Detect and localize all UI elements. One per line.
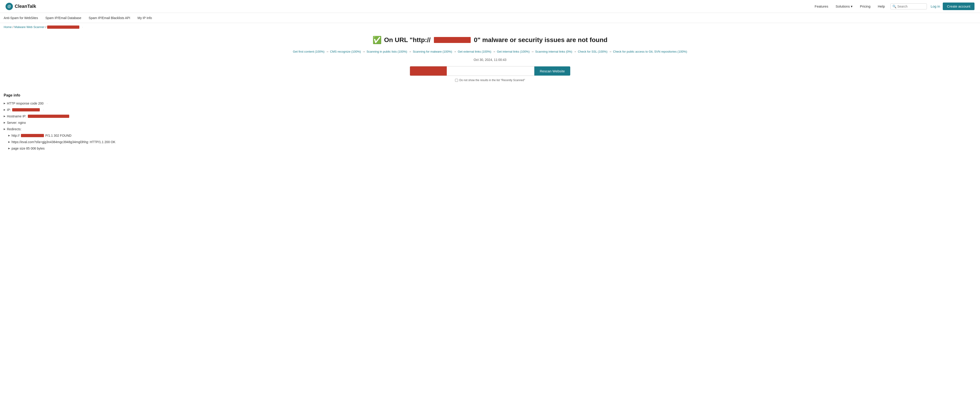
ip-redacted (12, 108, 40, 111)
secondary-nav: Anti-Spam for WebSites Spam IP/Email Dat… (0, 13, 980, 23)
nav-features[interactable]: Features (815, 4, 828, 8)
secondary-nav-spam-db[interactable]: Spam IP/Email Database (45, 16, 81, 20)
nav-help[interactable]: Help (878, 4, 885, 8)
breadcrumb-separator: / (13, 25, 14, 29)
chevron-down-icon: ▾ (851, 4, 853, 8)
scan-timestamp: Oct 30, 2024, 11:00:43 (4, 58, 976, 62)
step-git-svn[interactable]: Check for public access to Git, SVN repo… (613, 50, 687, 53)
arrow-7: → (573, 50, 576, 53)
redirect-item-1: http:// P/1.1 302 FOUND (8, 132, 180, 139)
info-server: Server: nginx (4, 119, 180, 126)
arrow-1: → (326, 50, 329, 53)
arrow-4: → (453, 50, 457, 53)
rescan-form: Rescan Website (4, 66, 976, 76)
arrow-5: → (493, 50, 496, 53)
page-info-title: Page info (4, 93, 180, 97)
secondary-nav-myip[interactable]: My IP Info (137, 16, 152, 20)
redirect-list: http:// P/1.1 302 FOUND https://eval.com… (8, 132, 180, 152)
breadcrumb-url-redacted (47, 25, 80, 29)
url-redacted-title (434, 37, 471, 43)
url-input-redacted (410, 67, 447, 76)
page-info-list: HTTP response code 200 · IP: · Hostname … (4, 100, 180, 132)
breadcrumb-dot: · (82, 25, 83, 29)
step-scanning-malware[interactable]: Scanning for malware (100%) (413, 50, 452, 53)
breadcrumb: Home / Malware Web Scanner / · (0, 23, 980, 31)
scan-steps: Get first content (100%) → CMS recognize… (4, 49, 976, 54)
info-hostname: Hostname IP: (4, 113, 180, 119)
search-icon: 🔍 (892, 5, 896, 8)
logo-icon: @ (6, 3, 13, 10)
checkbox-row: Do not show the results in the list "Rec… (4, 79, 976, 82)
info-http-response: HTTP response code 200 · (4, 100, 180, 106)
logo[interactable]: @ CleanTalk (6, 3, 36, 10)
brand-name: CleanTalk (15, 4, 36, 9)
nav-links: Features Solutions ▾ Pricing Help (815, 4, 885, 8)
breadcrumb-scanner[interactable]: Malware Web Scanner (14, 25, 45, 29)
title-prefix: On URL "http:// (384, 36, 431, 44)
http-dot: · (47, 100, 48, 106)
search-box: 🔍 (890, 3, 927, 10)
ip-dot: · (43, 106, 44, 113)
step-cms-recognize[interactable]: CMS recognize (100%) (330, 50, 361, 53)
checkbox-label: Do not show the results in the list "Rec… (460, 79, 525, 82)
breadcrumb-separator2: / (46, 25, 46, 29)
secondary-nav-antispam[interactable]: Anti-Spam for WebSites (4, 16, 38, 20)
nav-solutions[interactable]: Solutions ▾ (835, 4, 853, 8)
url-input[interactable] (447, 67, 534, 76)
arrow-3: → (409, 50, 412, 53)
arrow-8: → (609, 50, 612, 53)
secondary-nav-blacklists[interactable]: Spam IP/Email Blacklists API (89, 16, 130, 20)
login-link[interactable]: Log in (931, 4, 940, 8)
rescan-button[interactable]: Rescan Website (535, 67, 571, 76)
breadcrumb-home[interactable]: Home (4, 25, 12, 29)
info-ip: IP: · (4, 106, 180, 113)
page-info-section: Page info HTTP response code 200 · IP: ·… (0, 93, 184, 161)
top-nav: @ CleanTalk Features Solutions ▾ Pricing… (0, 0, 980, 13)
page-size-item: page size 85 006 bytes (8, 145, 180, 152)
redirect1-redacted (21, 134, 44, 137)
step-scanning-internal[interactable]: Scanning internal links (0%) (535, 50, 572, 53)
nav-pricing[interactable]: Pricing (860, 4, 870, 8)
url-input-wrap (410, 66, 535, 76)
search-input[interactable] (897, 5, 925, 8)
step-external-links[interactable]: Get external links (100%) (458, 50, 492, 53)
title-suffix: 0" malware or security issues are not fo… (474, 36, 608, 44)
recently-scanned-checkbox[interactable] (455, 79, 458, 82)
redirect-item-2: https://eval.com?sfa=gjg3n4384mgc3948g34… (8, 139, 180, 145)
create-account-button[interactable]: Create account (943, 3, 974, 10)
step-public-lists[interactable]: Scanning in public lists (100%) (366, 50, 407, 53)
arrow-2: → (362, 50, 365, 53)
step-get-first-content[interactable]: Get first content (100%) (293, 50, 325, 53)
arrow-6: → (531, 50, 534, 53)
hostname-redacted (28, 114, 69, 118)
shield-icon: ✅ (372, 36, 382, 44)
step-check-ssl[interactable]: Check for SSL (100%) (578, 50, 608, 53)
info-redirects: Redirects: (4, 126, 180, 132)
step-internal-links[interactable]: Get internal links (100%) (497, 50, 530, 53)
main-content: ✅ On URL "http:// 0" malware or security… (0, 31, 980, 93)
page-title: ✅ On URL "http:// 0" malware or security… (4, 36, 976, 44)
